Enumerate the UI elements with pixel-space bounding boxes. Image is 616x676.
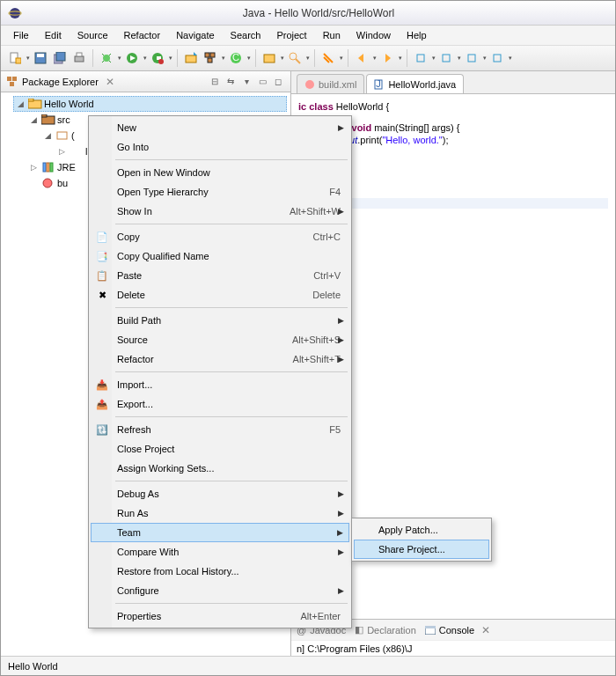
context-item-open-in-new-window[interactable]: Open in New Window xyxy=(91,163,349,182)
copy-icon: 📄 xyxy=(94,231,110,243)
context-item-assign-working-sets[interactable]: Assign Working Sets... xyxy=(91,459,349,478)
submenu-item-share-project[interactable]: Share Project... xyxy=(354,540,489,559)
menu-project[interactable]: Project xyxy=(269,27,313,43)
editor-tab-buildxml[interactable]: build.xml xyxy=(297,74,364,93)
context-item-refactor[interactable]: RefactorAlt+Shift+T▶ xyxy=(91,349,349,369)
svg-rect-46 xyxy=(50,163,53,172)
expander-icon[interactable]: ▷ xyxy=(31,163,40,172)
context-item-go-into[interactable]: Go Into xyxy=(91,137,349,157)
tab-declaration[interactable]: ◧Declaration xyxy=(355,624,416,636)
dropdown-arrow-icon[interactable]: ▾ xyxy=(458,55,461,62)
context-item-paste[interactable]: 📋PasteCtrl+V xyxy=(91,266,349,285)
tab-console[interactable]: Console✕ xyxy=(425,624,490,636)
context-item-team[interactable]: Team▶ xyxy=(91,523,349,542)
dropdown-arrow-icon[interactable]: ▾ xyxy=(509,55,512,62)
view-menu-icon[interactable]: ▾ xyxy=(239,75,253,89)
nav-button-1[interactable] xyxy=(412,49,429,67)
context-item-new[interactable]: New▶ xyxy=(91,118,349,137)
close-view-icon[interactable]: ✕ xyxy=(481,624,490,636)
submenu-item-apply-patch[interactable]: Apply Patch... xyxy=(354,520,489,540)
expander-icon[interactable]: ▷ xyxy=(59,147,68,156)
run-last-button[interactable] xyxy=(149,49,166,67)
context-item-properties[interactable]: PropertiesAlt+Enter xyxy=(91,606,349,626)
save-button[interactable] xyxy=(32,49,49,67)
nav-button-2[interactable] xyxy=(437,49,455,67)
dropdown-arrow-icon[interactable]: ▾ xyxy=(340,55,343,62)
dropdown-arrow-icon[interactable]: ▾ xyxy=(373,55,377,62)
expander-icon[interactable]: ◢ xyxy=(18,99,26,108)
run-button[interactable] xyxy=(123,49,141,67)
dropdown-arrow-icon[interactable]: ▾ xyxy=(399,55,402,62)
console-output[interactable]: n] C:\Program Files (x86)\J xyxy=(291,640,615,656)
svg-rect-23 xyxy=(210,53,215,57)
context-item-build-path[interactable]: Build Path▶ xyxy=(91,311,349,330)
context-item-debug-as[interactable]: Debug As▶ xyxy=(91,484,349,503)
svg-point-28 xyxy=(290,53,297,60)
dropdown-arrow-icon[interactable]: ▾ xyxy=(432,55,436,62)
link-editor-icon[interactable]: ⇆ xyxy=(224,75,238,89)
new-java-project-button[interactable] xyxy=(182,49,200,67)
context-item-restore-from-local-history[interactable]: Restore from Local History... xyxy=(91,562,349,581)
svg-text:J: J xyxy=(377,79,382,89)
context-item-open-type-hierarchy[interactable]: Open Type HierarchyF4 xyxy=(91,182,349,202)
dropdown-arrow-icon[interactable]: ▾ xyxy=(26,55,30,62)
new-class-button[interactable]: C xyxy=(227,49,245,67)
expander-icon[interactable]: ◢ xyxy=(45,131,54,140)
context-item-copy[interactable]: 📄CopyCtrl+C xyxy=(91,227,349,246)
tree-label: JRE xyxy=(57,162,76,173)
context-item-delete[interactable]: ✖DeleteDelete xyxy=(91,285,349,305)
maximize-view-icon[interactable]: ◻ xyxy=(271,75,285,89)
context-item-show-in[interactable]: Show InAlt+Shift+W▶ xyxy=(91,202,349,221)
context-item-close-project[interactable]: Close Project xyxy=(91,439,349,459)
debug-button[interactable] xyxy=(98,49,115,67)
menu-refactor[interactable]: Refactor xyxy=(117,27,168,43)
menu-file[interactable]: File xyxy=(6,27,36,43)
dropdown-arrow-icon[interactable]: ▾ xyxy=(222,55,225,62)
nav-button-3[interactable] xyxy=(463,49,480,67)
menu-search[interactable]: Search xyxy=(224,27,268,43)
svg-rect-37 xyxy=(12,77,17,81)
context-label: Copy xyxy=(117,231,313,242)
editor-tab-helloworld[interactable]: J HelloWorld.java xyxy=(366,74,464,93)
context-label: Open in New Window xyxy=(117,167,341,178)
close-view-icon[interactable]: ✕ xyxy=(106,76,114,88)
menu-navigate[interactable]: Navigate xyxy=(169,27,221,43)
menu-run[interactable]: Run xyxy=(316,27,348,43)
menu-window[interactable]: Window xyxy=(349,27,398,43)
forward-button[interactable] xyxy=(378,49,396,67)
search-button[interactable] xyxy=(286,49,304,67)
dropdown-arrow-icon[interactable]: ▾ xyxy=(169,55,172,62)
context-shortcut: Alt+Shift+W xyxy=(290,206,341,217)
back-button[interactable] xyxy=(353,49,370,67)
menu-source[interactable]: Source xyxy=(70,27,115,43)
toggle-mark-button[interactable] xyxy=(319,49,337,67)
context-item-compare-with[interactable]: Compare With▶ xyxy=(91,542,349,562)
context-item-copy-qualified-name[interactable]: 📑Copy Qualified Name xyxy=(91,246,349,266)
save-all-button[interactable] xyxy=(51,49,69,67)
minimize-view-icon[interactable]: ▭ xyxy=(255,75,269,89)
collapse-all-icon[interactable]: ⊟ xyxy=(208,75,222,89)
context-item-export[interactable]: 📤Export... xyxy=(91,394,349,414)
context-item-refresh[interactable]: 🔃RefreshF5 xyxy=(91,420,349,439)
tree-project-row[interactable]: ◢ Hello World xyxy=(13,96,287,112)
menu-edit[interactable]: Edit xyxy=(38,27,69,43)
context-item-run-as[interactable]: Run As▶ xyxy=(91,503,349,523)
dropdown-arrow-icon[interactable]: ▾ xyxy=(247,55,251,62)
menu-help[interactable]: Help xyxy=(400,27,434,43)
svg-line-29 xyxy=(296,59,300,63)
svg-rect-40 xyxy=(28,99,33,101)
print-button[interactable] xyxy=(70,49,88,67)
dropdown-arrow-icon[interactable]: ▾ xyxy=(143,55,147,62)
dropdown-arrow-icon[interactable]: ▾ xyxy=(306,55,310,62)
new-package-button[interactable] xyxy=(202,49,219,67)
nav-button-4[interactable] xyxy=(488,49,506,67)
expander-icon[interactable]: ◢ xyxy=(31,115,40,124)
context-item-configure[interactable]: Configure▶ xyxy=(91,581,349,600)
context-item-import[interactable]: 📥Import... xyxy=(91,375,349,394)
dropdown-arrow-icon[interactable]: ▾ xyxy=(483,55,487,62)
new-button[interactable] xyxy=(6,49,24,67)
open-type-button[interactable] xyxy=(260,49,278,67)
dropdown-arrow-icon[interactable]: ▾ xyxy=(118,55,121,62)
dropdown-arrow-icon[interactable]: ▾ xyxy=(281,55,284,62)
context-item-source[interactable]: SourceAlt+Shift+S▶ xyxy=(91,330,349,349)
